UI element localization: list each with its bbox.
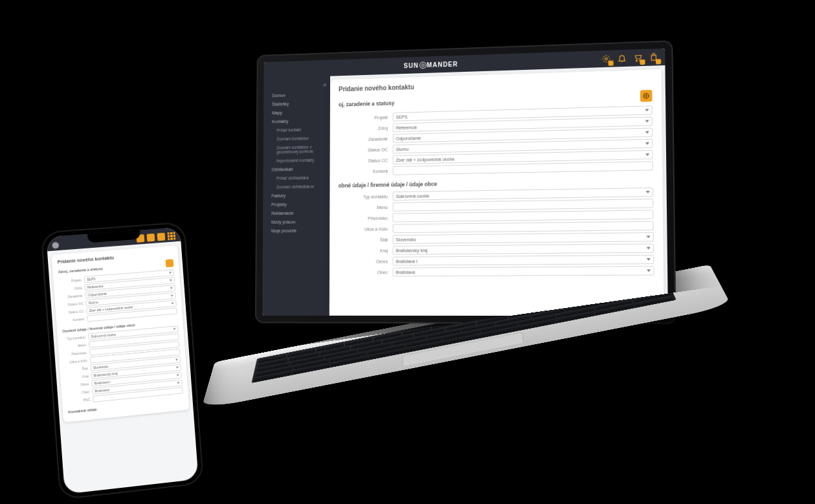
label-meno: Meno [339, 205, 388, 210]
sidebar-sub-zoznam-obhliadkarov[interactable]: Zoznam obhliadkárov [263, 182, 329, 191]
label-zdroj: Zdroj [339, 126, 388, 131]
sidebar-item-projekty[interactable]: Projekty [263, 200, 329, 209]
svg-point-2 [640, 60, 641, 61]
label-status-cc: Status CC [339, 158, 388, 163]
label-okres: Okres [338, 259, 388, 263]
label-stat: Štát [338, 237, 387, 243]
phone-bag-icon[interactable] [157, 233, 165, 241]
sidebar: « Domov Štatistiky Mapy Kontakty Pridať … [262, 76, 330, 316]
label-status-oc: Status OC [339, 147, 388, 152]
page-title: Pridanie nového kontaktu [339, 76, 652, 93]
sidebar-item-obhliadkari[interactable]: Obhliadkári [263, 164, 330, 174]
label-kraj: Kraj [338, 248, 388, 253]
input-koment[interactable] [393, 161, 653, 175]
sidebar-item-domov[interactable]: Domov [263, 90, 330, 100]
sidebar-item-mapy[interactable]: Mapy [263, 107, 330, 117]
laptop-base [201, 265, 731, 410]
sidebar-sub-pridat-obhliadkara[interactable]: Pridať obhliadkára [263, 173, 330, 182]
phone-label-zaradenie: Zaradenie [60, 294, 82, 300]
app-window: SUNMANDER « Domov Štatistiky [262, 49, 668, 316]
phone-label-okres: Okres [66, 382, 89, 388]
phone-label-priezvisko: Priezvisko [64, 351, 87, 356]
phone-content: Pridanie nového kontaktu Zdroj, zaradeni… [52, 245, 190, 422]
section2-title: obné údaje / firemné údaje / údaje obce [339, 181, 437, 188]
sidebar-sub-zoznam-kontaktov[interactable]: Zoznam kontaktov [263, 134, 330, 144]
section1-form: ProjektSEPS ZdrojReferencie ZaradenieOdp… [339, 105, 653, 176]
sidebar-item-faktury[interactable]: Faktúry [263, 191, 329, 200]
main-content: Pridanie nového kontaktu oj, zaradenie a… [329, 69, 664, 316]
brand-logo-icon [419, 61, 427, 69]
input-kraj[interactable]: Bratislavský kraj [393, 243, 654, 254]
section1-action-button[interactable] [640, 90, 653, 102]
input-ulica[interactable] [393, 221, 654, 234]
phone-label-koment: Koment [61, 317, 84, 323]
phone-section3-title: Kontaktné údaje [68, 408, 96, 414]
sidebar-item-kontakty[interactable]: Kontakty [263, 116, 330, 126]
input-obec[interactable]: Bratislava [393, 266, 654, 276]
cart-icon[interactable] [632, 52, 644, 64]
phone-section1-title: Zdroj, zaradenie a statusy [58, 267, 104, 274]
bag-icon[interactable] [648, 51, 660, 63]
sidebar-sub-pridat-kontakt[interactable]: Pridať kontakt [263, 125, 330, 135]
bell-icon[interactable] [616, 52, 628, 65]
phone-mockup: Pridanie nového kontaktu Zdroj, zaradeni… [40, 222, 204, 500]
phone-label-zdroj: Zdroj [60, 286, 82, 292]
label-koment: Koment [339, 169, 388, 174]
label-projekt: Projekt [339, 115, 388, 121]
sidebar-item-statistiky[interactable]: Štatistiky [263, 98, 330, 108]
phone-label-ulica: Ulica a číslo [65, 358, 87, 364]
phone-label-projekt: Projekt [59, 278, 82, 284]
sidebar-item-reklamacie[interactable]: Reklamácie [263, 208, 329, 217]
input-meno[interactable] [393, 199, 654, 212]
label-obec: Obec [338, 270, 388, 274]
sidebar-item-provizie[interactable]: Moje provízie [263, 226, 329, 236]
sidebar-collapse-button[interactable]: « [319, 80, 330, 89]
phone-section1-action-button[interactable] [166, 259, 174, 267]
phone-label-kraj: Kraj [65, 374, 88, 380]
input-okres[interactable]: Bratislava I [393, 255, 654, 266]
label-priezvisko: Priezvisko [339, 215, 388, 221]
label-typ: Typ kontaktu [339, 194, 388, 199]
phone-label-statuscc: Status CC [61, 309, 84, 315]
laptop-keyboard [252, 278, 676, 383]
phone-app-window: Pridanie nového kontaktu Zdroj, zaradeni… [46, 227, 198, 494]
svg-point-0 [605, 58, 608, 60]
phone-label-obec: Obec [67, 389, 89, 395]
phone-label-typ: Typ kontaktu [63, 335, 85, 341]
phone-cart2-icon[interactable] [146, 234, 155, 242]
phone-label-meno: Meno [63, 343, 86, 349]
sidebar-item-mzdy[interactable]: Mzdy pracov. [263, 217, 329, 226]
brand-right: MANDER [427, 60, 458, 68]
phone-label-statusoc: Status OC [60, 301, 83, 307]
phone-menu-icon[interactable] [167, 232, 175, 241]
input-priezvisko[interactable] [393, 210, 654, 222]
input-stat[interactable]: Slovensko [393, 232, 654, 244]
brand-left: SUN [404, 61, 419, 69]
phone-label-stat: Štát [65, 366, 88, 372]
label-ulica: Ulica a číslo [338, 226, 387, 232]
sidebar-sub-geometrova[interactable]: Zoznam kontaktov v geometrovej kontrole [263, 142, 330, 157]
label-zaradenie: Zaradenie [339, 137, 388, 142]
sidebar-sub-importovane[interactable]: Importované kontakty [263, 155, 330, 165]
settings-icon[interactable] [600, 53, 612, 65]
svg-point-1 [636, 60, 638, 61]
avatar-icon[interactable] [52, 242, 59, 249]
section2-form: Typ kontaktuSúkromná osoba Meno Priezvis… [338, 188, 654, 277]
section1-title: oj, zaradenie a statusy [339, 100, 394, 107]
laptop-mockup: SUNMANDER « Domov Štatistiky [246, 45, 673, 408]
phone-label-psc: PSČ [67, 397, 90, 403]
